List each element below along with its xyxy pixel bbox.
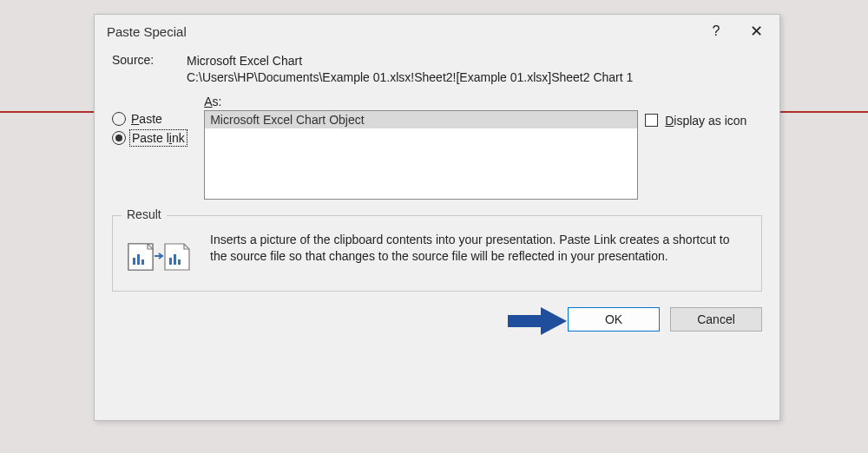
dialog-title: Paste Special bbox=[107, 24, 696, 39]
radio-icon bbox=[112, 112, 126, 126]
paste-link-radio[interactable]: Paste link bbox=[112, 131, 197, 145]
paste-link-radio-label: Paste link bbox=[131, 131, 186, 145]
source-label: Source: bbox=[112, 53, 178, 86]
paste-radio[interactable]: Paste bbox=[112, 112, 197, 126]
result-legend: Result bbox=[122, 207, 167, 221]
svg-rect-6 bbox=[178, 259, 181, 265]
as-listbox[interactable]: Microsoft Excel Chart Object bbox=[204, 110, 638, 200]
display-as-icon-checkbox[interactable]: Display as icon bbox=[645, 114, 762, 128]
close-button[interactable]: ✕ bbox=[736, 19, 776, 43]
paste-special-dialog: Paste Special ? ✕ Source: Microsoft Exce… bbox=[94, 14, 780, 421]
titlebar: Paste Special ? ✕ bbox=[95, 15, 779, 48]
button-row: OK Cancel bbox=[112, 307, 762, 332]
display-as-icon-label: Display as icon bbox=[665, 114, 746, 128]
result-fieldset: Result bbox=[112, 215, 762, 292]
as-label: As: bbox=[204, 95, 638, 108]
paste-radio-label: Paste bbox=[131, 112, 162, 126]
close-icon: ✕ bbox=[750, 22, 763, 41]
arrow-icon bbox=[506, 305, 569, 339]
middle-row: Paste Paste link As: Microsoft Excel Cha… bbox=[112, 95, 762, 200]
result-text: Inserts a picture of the clipboard conte… bbox=[210, 232, 747, 265]
svg-rect-3 bbox=[141, 259, 144, 265]
paste-link-icon bbox=[127, 237, 193, 275]
svg-rect-2 bbox=[137, 254, 140, 265]
radio-icon-checked bbox=[112, 131, 126, 145]
help-button[interactable]: ? bbox=[696, 19, 736, 43]
result-inner: Inserts a picture of the clipboard conte… bbox=[127, 232, 747, 275]
svg-rect-4 bbox=[169, 258, 172, 265]
svg-rect-1 bbox=[133, 258, 135, 265]
dialog-content: Source: Microsoft Excel Chart C:\Users\H… bbox=[95, 48, 779, 344]
source-line2: C:\Users\HP\Documents\Example 01.xlsx!Sh… bbox=[187, 69, 762, 86]
as-column: As: Microsoft Excel Chart Object bbox=[204, 95, 638, 200]
checkbox-icon bbox=[645, 114, 658, 127]
display-as-icon-column: Display as icon bbox=[645, 95, 762, 200]
source-line1: Microsoft Excel Chart bbox=[187, 53, 762, 69]
radio-column: Paste Paste link bbox=[112, 95, 197, 200]
as-listbox-item[interactable]: Microsoft Excel Chart Object bbox=[205, 111, 637, 128]
svg-rect-5 bbox=[174, 254, 176, 265]
ok-button[interactable]: OK bbox=[568, 307, 660, 332]
cancel-button[interactable]: Cancel bbox=[670, 307, 762, 332]
help-icon: ? bbox=[713, 23, 720, 39]
source-text: Microsoft Excel Chart C:\Users\HP\Docume… bbox=[187, 53, 762, 86]
source-row: Source: Microsoft Excel Chart C:\Users\H… bbox=[112, 53, 762, 86]
